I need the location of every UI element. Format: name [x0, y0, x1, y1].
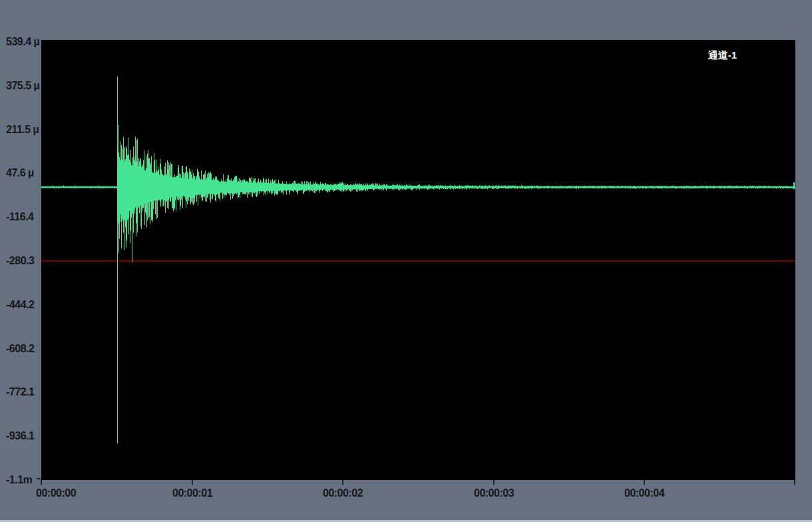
x-tick-0s: [41, 480, 42, 485]
y-axis-tick-label: -444.2: [6, 300, 34, 310]
x-tick-3s: [493, 480, 495, 485]
y-axis-tick-label: -936.1: [6, 431, 34, 441]
x-axis-tick-label: 00:00:01: [172, 488, 212, 499]
waveform-plot-area[interactable]: 通道-1: [41, 40, 795, 480]
x-axis-tick-label: 00:00:03: [474, 488, 514, 499]
y-axis-tick-label: -608.2: [6, 344, 34, 354]
x-tick-4s: [644, 480, 645, 485]
x-tick-1s: [192, 480, 193, 485]
y-axis-tick-label: -772.1: [6, 387, 34, 397]
y-axis-tick-label: -1.1m: [6, 475, 32, 485]
y-axis-tick-label: 47.6 µ: [6, 168, 34, 178]
x-tick-5s: [794, 480, 795, 485]
y-axis-tick-label: 539.4 µ: [6, 37, 39, 47]
y-axis-tick-label: -280.3: [6, 256, 34, 266]
y-axis-tick-label: 211.5 µ: [6, 125, 39, 135]
x-axis-tick-label: 00:00:00: [36, 488, 76, 499]
waveform-trace: [42, 77, 795, 443]
y-axis-tick-label: 375.5 µ: [6, 81, 39, 91]
channel-label: 通道-1: [708, 49, 737, 62]
waveform-canvas: [41, 40, 795, 480]
waveform-window: 539.4 µ 375.5 µ 211.5 µ 47.6 µ -116.4 -2…: [0, 0, 812, 522]
y-axis-corner-tick: [37, 478, 41, 479]
y-axis-tick-label: -116.4: [6, 212, 33, 222]
x-tick-2s: [342, 480, 343, 485]
x-axis-tick-label: 00:00:04: [624, 488, 664, 499]
x-axis-tick-label: 00:00:02: [323, 488, 363, 499]
